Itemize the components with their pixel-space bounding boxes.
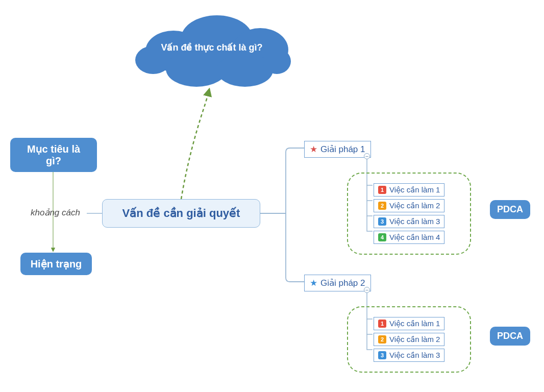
star-icon: ★	[310, 145, 317, 154]
solution-1-node[interactable]: ★ Giải pháp 1	[304, 141, 371, 158]
collapse-toggle[interactable]: −	[364, 287, 370, 293]
task-row[interactable]: 1 Việc cần làm 1	[374, 183, 444, 197]
task-group-1: 1 Việc cần làm 1 2 Việc cần làm 2 3 Việc…	[347, 173, 471, 255]
task-label: Việc cần làm 1	[389, 185, 440, 194]
cloud-thought: Vấn đề thực chất là gì?	[135, 10, 288, 87]
goal-node[interactable]: Mục tiêu là gì?	[10, 138, 97, 172]
task-label: Việc cần làm 2	[389, 335, 440, 344]
solution-2-node[interactable]: ★ Giải pháp 2	[304, 275, 371, 291]
connector-central-to-cloud	[181, 89, 209, 199]
solution-1-label: Giải pháp 1	[320, 144, 365, 155]
connector-central-sol2	[286, 213, 304, 282]
priority-badge: 3	[378, 351, 386, 359]
task-label: Việc cần làm 1	[389, 319, 440, 328]
task-group-2: 1 Việc cần làm 1 2 Việc cần làm 2 3 Việc…	[347, 306, 471, 373]
task-row[interactable]: 2 Việc cần làm 2	[374, 199, 444, 212]
task-label: Việc cần làm 3	[389, 217, 440, 226]
priority-badge: 4	[378, 233, 386, 241]
task-row[interactable]: 3 Việc cần làm 3	[374, 215, 444, 228]
connector-central-sol1	[260, 148, 304, 213]
priority-badge: 1	[378, 186, 386, 194]
task-label: Việc cần làm 2	[389, 201, 440, 210]
central-problem-node[interactable]: Vấn đề cần giải quyết	[102, 199, 260, 228]
task-label: Việc cần làm 4	[389, 233, 440, 242]
task-row[interactable]: 3 Việc cần làm 3	[374, 349, 444, 362]
pdca-label-1: PDCA	[490, 200, 530, 219]
task-label: Việc cần làm 3	[389, 351, 440, 360]
solution-2-label: Giải pháp 2	[320, 278, 365, 288]
pdca-label-2: PDCA	[490, 327, 530, 346]
priority-badge: 1	[378, 320, 386, 328]
task-row[interactable]: 2 Việc cần làm 2	[374, 333, 444, 346]
star-icon: ★	[310, 279, 317, 287]
priority-badge: 2	[378, 202, 386, 210]
priority-badge: 3	[378, 217, 386, 226]
current-state-node[interactable]: Hiện trạng	[20, 253, 92, 275]
priority-badge: 2	[378, 335, 386, 344]
cloud-label: Vấn đề thực chất là gì?	[135, 42, 288, 53]
task-row[interactable]: 4 Việc cần làm 4	[374, 231, 444, 244]
task-row[interactable]: 1 Việc cần làm 1	[374, 317, 444, 330]
collapse-toggle[interactable]: −	[364, 153, 370, 159]
gap-label: khoảng cách	[31, 207, 80, 218]
